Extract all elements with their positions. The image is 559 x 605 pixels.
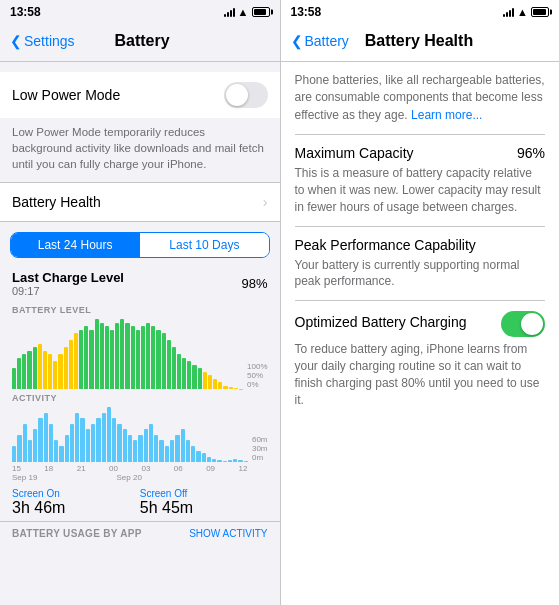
activity-bar (54, 440, 58, 462)
battery-bar (234, 388, 238, 389)
battery-bar (131, 326, 135, 389)
activity-bar (191, 446, 195, 463)
activity-bar (102, 413, 106, 463)
activity-y-labels: 60m 30m 0m (248, 435, 268, 462)
right-back-label: Battery (305, 33, 349, 49)
peak-performance-title: Peak Performance Capability (295, 237, 546, 253)
show-activity-button[interactable]: SHOW ACTIVITY (189, 528, 267, 539)
wifi-icon: ▲ (238, 6, 249, 18)
time-tabs: Last 24 Hours Last 10 Days (10, 232, 270, 258)
activity-bar (44, 413, 48, 463)
top-spacer (0, 62, 280, 72)
x-axis: 15 18 21 00 03 06 09 12 (12, 464, 268, 473)
peak-performance-desc: Your battery is currently supporting nor… (295, 257, 546, 291)
battery-usage-label: BATTERY USAGE BY APP (12, 528, 142, 539)
x-18: 18 (44, 464, 53, 473)
right-nav-bar: ❮ Battery Battery Health (281, 22, 560, 62)
max-capacity-row: Maximum Capacity 96% (295, 145, 546, 161)
activity-bar (149, 424, 153, 463)
battery-bar (12, 368, 16, 389)
optimized-charging-label: Optimized Battery Charging (295, 314, 467, 330)
battery-bar (177, 354, 181, 389)
activity-bar (28, 440, 32, 462)
battery-usage-row: BATTERY USAGE BY APP SHOW ACTIVITY (0, 521, 280, 543)
tab-24h[interactable]: Last 24 Hours (11, 233, 139, 257)
r-signal-bar-2 (506, 12, 508, 17)
battery-bar (218, 382, 222, 389)
activity-bar (154, 435, 158, 463)
screen-off-label: Screen Off (140, 488, 268, 499)
activity-bar (196, 451, 200, 462)
battery-bar (105, 326, 109, 389)
battery-bar (64, 347, 68, 389)
right-wifi-icon: ▲ (517, 6, 528, 18)
activity-bar (159, 440, 163, 462)
battery-bar (53, 361, 57, 389)
activity-bar (70, 424, 74, 463)
battery-chart-section: BATTERY LEVEL 100% 50% 0% (0, 301, 280, 389)
battery-bar (192, 365, 196, 390)
battery-bar (213, 379, 217, 390)
activity-bar (107, 407, 111, 462)
toggle-thumb (226, 84, 248, 106)
optimized-charging-toggle[interactable] (501, 311, 545, 337)
activity-chart-section: ACTIVITY 60m 30m 0m 15 18 21 00 03 06 09… (0, 389, 280, 482)
battery-bar (172, 347, 176, 389)
battery-bar (239, 389, 243, 390)
screen-off-value: 5h 45m (140, 499, 268, 517)
x-dates: Sep 19 Sep 20 (12, 473, 268, 482)
x-15: 15 (12, 464, 21, 473)
activity-bar (123, 429, 127, 462)
activity-bar (91, 424, 95, 463)
left-back-button[interactable]: ❮ Settings (10, 33, 75, 49)
battery-bar (27, 351, 31, 390)
left-panel: 13:58 ▲ ❮ Settings Battery Low Power Mo (0, 0, 280, 605)
battery-bar (69, 340, 73, 389)
right-content-inner: Phone batteries, like all rechargeable b… (281, 62, 560, 426)
battery-bar (146, 323, 150, 390)
y-label-100: 100% (247, 362, 267, 371)
divider-1 (295, 134, 546, 135)
screen-stats: Screen On 3h 46m Screen Off 5h 45m (0, 482, 280, 521)
chevron-icon: › (263, 194, 268, 210)
battery-bar (198, 368, 202, 389)
r-signal-bar-4 (512, 8, 514, 17)
battery-fill (254, 9, 267, 15)
screen-off-stat: Screen Off 5h 45m (140, 488, 268, 517)
activity-bar (49, 424, 53, 463)
left-nav-bar: ❮ Settings Battery (0, 22, 280, 62)
left-time: 13:58 (10, 5, 41, 19)
r-signal-bar-1 (503, 14, 505, 17)
battery-bar (43, 351, 47, 390)
battery-bar (89, 330, 93, 390)
battery-status-icon (252, 7, 270, 17)
battery-bar (74, 333, 78, 389)
right-back-button[interactable]: ❮ Battery (291, 33, 349, 49)
tab-10d[interactable]: Last 10 Days (140, 233, 268, 257)
battery-bar (48, 354, 52, 389)
battery-bar (229, 387, 233, 389)
activity-bar (212, 459, 216, 462)
battery-health-label: Battery Health (12, 194, 101, 210)
activity-bar (186, 440, 190, 462)
max-capacity-desc: This is a measure of battery capacity re… (295, 165, 546, 215)
activity-bar (207, 457, 211, 463)
battery-bar (33, 347, 37, 389)
low-power-mode-toggle[interactable] (224, 82, 268, 108)
left-back-label: Settings (24, 33, 75, 49)
battery-chart (12, 319, 243, 389)
left-content: Low Power Mode Low Power Mode temporaril… (0, 62, 280, 605)
battery-bar (162, 333, 166, 389)
battery-bar (79, 330, 83, 390)
screen-on-stat: Screen On 3h 46m (12, 488, 140, 517)
learn-more-link[interactable]: Learn more... (411, 108, 482, 122)
x-09: 09 (206, 464, 215, 473)
activity-bar (23, 424, 27, 463)
battery-bar (208, 375, 212, 389)
battery-bar (100, 323, 104, 390)
screen-on-value: 3h 46m (12, 499, 140, 517)
low-power-mode-desc: Low Power Mode temporarily reduces backg… (0, 118, 280, 182)
activity-bar (238, 460, 242, 462)
activity-bar (202, 453, 206, 462)
battery-health-row[interactable]: Battery Health › (0, 182, 280, 222)
